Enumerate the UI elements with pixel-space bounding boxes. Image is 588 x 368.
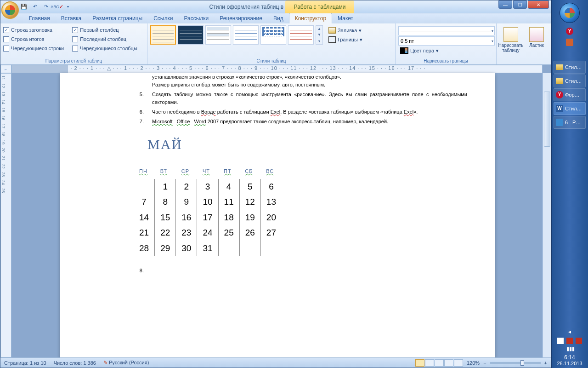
style-thumb[interactable] [233,25,259,45]
tab-view[interactable]: Вид [268,13,289,23]
spellcheck-icon[interactable]: ABC✓ [52,2,62,12]
group-table-styles: ▲▼▾ Заливка ▾ Границы ▾ Стили таблиц [147,23,396,64]
line-style-dropdown[interactable]: ▾ [398,26,495,35]
style-thumb[interactable] [288,25,314,45]
check-first-col[interactable]: ✓Первый столбец [72,25,137,34]
style-thumb[interactable] [178,25,204,45]
zoom-slider[interactable] [490,362,541,364]
volume-icon[interactable] [566,338,573,344]
tab-mailings[interactable]: Рассылки [178,13,214,23]
titlebar: 💾 ↶ ↷ ABC✓ ▾ Стили оформления таблиц в в… [0,0,551,13]
draw-table-button[interactable]: Нарисовать таблицу [499,27,522,53]
qat-more-icon[interactable]: ▾ [63,2,73,12]
tray-app-icon[interactable] [566,39,573,46]
status-words[interactable]: Число слов: 1 386 [54,360,96,366]
windows-taskbar: Стил… Стил… Фор… WСтил… 6 - Р… ◂ ▮▮▮ 6:1… [551,0,588,368]
style-gallery[interactable]: ▲▼▾ [150,25,323,45]
status-lang[interactable]: ✎ Русский (Россия) [103,360,149,366]
group-draw: Нарисовать таблицу Ластик [497,23,551,64]
undo-icon[interactable]: ↶ [30,2,40,12]
view-buttons[interactable] [415,359,463,367]
group-draw-borders: ▾ 0,5 пт▾ Цвет пера ▾ Нарисовать границы [396,23,497,64]
check-banded-rows[interactable]: Чередующиеся строки [3,44,64,53]
zoom-out-icon[interactable]: − [483,360,486,366]
style-thumb[interactable] [150,25,176,45]
system-tray[interactable]: ◂ ▮▮▮ 6:14 26.11.2013 [553,328,586,366]
clock-date[interactable]: 26.11.2013 [553,361,586,366]
contextual-tab-label: Работа с таблицами [285,0,354,13]
check-banded-cols[interactable]: Чередующиеся столбцы [72,44,137,53]
view-read-icon[interactable] [425,359,434,367]
tab-layout[interactable]: Разметка страницы [87,13,148,23]
view-web-icon[interactable] [435,359,444,367]
scroll-thumb[interactable] [544,92,550,147]
eraser-icon [529,27,544,42]
taskbar-item[interactable]: 6 - Р… [554,116,586,129]
redo-icon[interactable]: ↷ [41,2,51,12]
tab-references[interactable]: Ссылки [148,13,178,23]
check-header-row[interactable]: ✓Строка заголовка [3,25,64,34]
style-thumb[interactable] [260,25,286,45]
zoom-value[interactable]: 120% [467,360,480,366]
statusbar: Страница: 1 из 10 Число слов: 1 386 ✎ Ру… [0,357,551,368]
taskbar-item[interactable]: WСтил… [554,102,586,115]
pencil-table-icon [503,27,518,42]
signal-icon[interactable]: ▮▮▮ [566,346,573,352]
ribbon-tabs: Главная Вставка Разметка страницы Ссылки… [0,13,551,23]
ribbon: ✓Строка заголовка Строка итогов Чередующ… [0,23,551,65]
tab-review[interactable]: Рецензирование [214,13,268,23]
minimize-button[interactable]: — [498,0,512,9]
line-width-dropdown[interactable]: 0,5 пт▾ [398,36,495,46]
view-draft-icon[interactable] [454,359,463,367]
maximize-button[interactable]: ❐ [513,0,527,9]
borders-button[interactable]: Границы ▾ [327,35,364,44]
pen-color-button[interactable]: Цвет пера ▾ [398,46,495,55]
clock-time[interactable]: 6:14 [553,354,586,361]
view-print-icon[interactable] [415,359,424,367]
word-window: 💾 ↶ ↷ ABC✓ ▾ Стили оформления таблиц в в… [0,0,551,368]
taskbar-item[interactable]: Фор… [554,88,586,101]
shading-button[interactable]: Заливка ▾ [327,26,364,34]
check-total-row[interactable]: Строка итогов [3,34,64,44]
tab-home[interactable]: Главная [23,13,56,23]
taskbar-item[interactable]: Стил… [554,75,586,87]
calendar-title: МАЙ [147,134,467,155]
taskbar-item[interactable]: Стил… [554,61,586,74]
gallery-scroll[interactable]: ▲▼▾ [316,25,323,45]
view-outline-icon[interactable] [444,359,453,367]
page[interactable]: устанавливаем значения в строках «количе… [60,73,495,357]
group-style-options: ✓Строка заголовка Строка итогов Чередующ… [0,23,147,64]
start-button[interactable] [560,3,580,23]
horizontal-ruler[interactable]: 3 · · · 2 · · · 1 · · · △ · · · 1 · · · … [11,65,543,73]
eraser-button[interactable]: Ластик [525,27,548,53]
vertical-scrollbar[interactable] [543,73,551,357]
network-icon[interactable] [576,338,582,344]
ruler-corner[interactable]: ⌐ [0,65,11,73]
style-thumb[interactable] [205,25,231,45]
yandex-icon[interactable] [566,28,573,35]
flag-icon[interactable] [557,338,564,344]
tab-design[interactable]: Конструктор [289,13,332,23]
check-last-col[interactable]: Последний столбец [72,34,137,44]
vertical-ruler[interactable]: 11 · 12 · 13 · 14 · 15 · 16 · 17 · 18 · … [0,73,11,357]
office-button[interactable] [1,1,19,19]
close-button[interactable]: ✕ [528,0,549,9]
tab-table-layout[interactable]: Макет [332,13,359,23]
status-page[interactable]: Страница: 1 из 10 [4,360,46,366]
save-icon[interactable]: 💾 [19,2,29,12]
tab-insert[interactable]: Вставка [56,13,87,23]
calendar-table[interactable]: ПН ВТ СР ЧТ ПТ СБ ВС 123456 78910111213 … [134,161,282,256]
zoom-in-icon[interactable]: + [544,360,547,366]
document-area: ⌐ 3 · · · 2 · · · 1 · · · △ · · · 1 · · … [0,65,551,357]
